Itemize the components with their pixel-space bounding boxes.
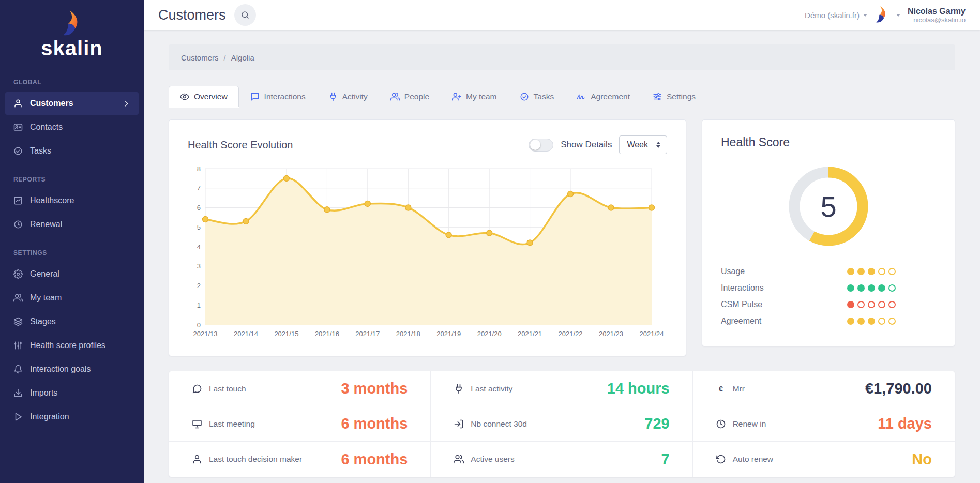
svg-text:2021/24: 2021/24 [640,330,664,338]
sidebar-item-renewal[interactable]: Renewal [5,213,139,236]
search-button[interactable] [234,4,256,26]
sidebar-item-imports[interactable]: Imports [5,382,139,404]
tab-settings[interactable]: Settings [641,86,707,107]
score-metric-usage: Usage [721,263,936,280]
tab-people[interactable]: People [379,86,441,107]
metric-dots [847,268,896,275]
svg-text:2021/16: 2021/16 [315,330,339,338]
kpi-value: 6 months [341,451,408,468]
kpi-label: Mrr [733,384,745,394]
tab-label: Activity [342,92,368,101]
topbar: Customers Démo (skalin.fr) Nicolas Garmy… [144,0,980,30]
kpi-label-wrap: Nb connect 30d [454,419,527,429]
svg-text:2021/17: 2021/17 [355,330,380,338]
people-icon [390,92,400,101]
svg-text:2: 2 [197,282,201,290]
sidebar-item-label: Healthscore [30,196,74,205]
kpi-label-wrap: Auto renew [716,454,773,464]
sidebar-item-stages[interactable]: Stages [5,310,139,333]
tab-agreement[interactable]: Agreement [565,86,641,107]
sidebar-item-label: Customers [30,99,73,108]
rating-dot [847,268,854,275]
score-metric-agreement: Agreement [721,313,936,329]
tab-activity[interactable]: Activity [317,86,379,107]
kpi-label: Last meeting [209,419,255,429]
sidebar-item-interaction-goals[interactable]: Interaction goals [5,358,139,381]
breadcrumb-parent[interactable]: Customers [181,53,219,62]
kpi-label-wrap: Active users [454,454,514,464]
sidebar-item-integration[interactable]: Integration [5,405,139,428]
metric-dots [847,284,896,292]
rating-dot [857,268,865,275]
tab-label: People [404,92,429,101]
sidebar-item-label: Contacts [30,123,63,132]
svg-text:3: 3 [197,262,201,270]
workspace-selector[interactable]: Démo (skalin.fr) [805,11,867,20]
rating-dot [888,301,896,308]
integration-icon [13,412,23,421]
sidebar-section-label: SETTINGS [0,237,144,262]
kpi-value: 7 [661,451,670,468]
logo-wordmark: skalin [41,37,102,59]
plug-icon [328,92,338,101]
sidebar-item-health-score-profiles[interactable]: Health score profiles [5,334,139,357]
rating-dot [868,318,875,325]
user-menu[interactable]: Nicolas Garmy nicolas@skalin.io [908,7,966,24]
svg-text:2021/18: 2021/18 [396,330,420,338]
rating-dot [888,318,896,325]
sidebar-item-label: Stages [30,317,56,326]
sidebar-nav: GLOBALCustomersContactsTasksREPORTSHealt… [0,66,144,428]
evolution-card-header: Health Score Evolution Show Details Week [188,135,667,154]
tab-tasks[interactable]: Tasks [508,86,566,107]
svg-text:0: 0 [197,321,201,329]
person-icon [192,454,202,464]
sidebar-item-contacts[interactable]: Contacts [5,116,139,139]
tab-label: My team [466,92,496,101]
health-score-value: 5 [785,163,872,250]
sidebar-item-tasks[interactable]: Tasks [5,140,139,162]
tab-interactions[interactable]: Interactions [239,86,317,107]
sidebar-item-general[interactable]: General [5,263,139,285]
euro-icon: € [716,384,726,394]
rating-dot [857,301,865,308]
kpi-value: No [912,451,932,468]
kpi-label: Last touch [209,384,246,394]
tab-label: Settings [667,92,696,101]
tab-label: Agreement [591,92,630,101]
tab-overview[interactable]: Overview [169,86,239,107]
rating-dot [847,301,854,308]
kpi-value: 729 [644,415,669,432]
rating-dot [857,284,865,292]
show-details-toggle[interactable] [529,139,553,152]
metric-dots [847,318,896,325]
kpi-label-wrap: Last activity [454,384,512,394]
main-area: Customers Démo (skalin.fr) Nicolas Garmy… [144,0,980,483]
sidebar-item-healthscore[interactable]: Healthscore [5,189,139,212]
sidebar-item-label: Integration [30,412,69,421]
svg-text:2021/22: 2021/22 [559,330,583,338]
svg-text:€: € [719,384,723,393]
health-evolution-card: Health Score Evolution Show Details Week… [169,119,686,356]
health-score-card: Health Score 5 UsageInteractionsCSM Puls… [702,119,955,346]
kpi-label-wrap: €Mrr [716,384,745,394]
kpi-renew-in: Renew in11 days [693,406,955,442]
tab-my-team[interactable]: My team [441,86,508,107]
kpi-label-wrap: Last touch decision maker [192,454,302,464]
sidebar-section-label: GLOBAL [0,66,144,91]
sidebar-item-my-team[interactable]: My team [5,286,139,309]
kpi-last-meeting: Last meeting6 months [169,406,431,442]
health-score-gauge: 5 [785,163,872,250]
profiles-icon [13,341,23,350]
sidebar-item-label: My team [30,293,62,303]
caret-down-icon [863,14,867,17]
health-score-title: Health Score [721,135,936,149]
score-metric-interactions: Interactions [721,280,936,296]
rating-dot [868,301,875,308]
kpi-mrr: €Mrr€1,790.00 [693,371,955,406]
user-menu-caret-icon[interactable] [896,14,900,17]
content: Customers / Algolia OverviewInteractions… [144,30,980,483]
period-select[interactable]: Week [619,135,667,154]
sidebar-item-customers[interactable]: Customers [5,92,139,115]
skalin-logo[interactable]: skalin [0,0,144,66]
score-metrics: UsageInteractionsCSM PulseAgreement [721,263,936,329]
